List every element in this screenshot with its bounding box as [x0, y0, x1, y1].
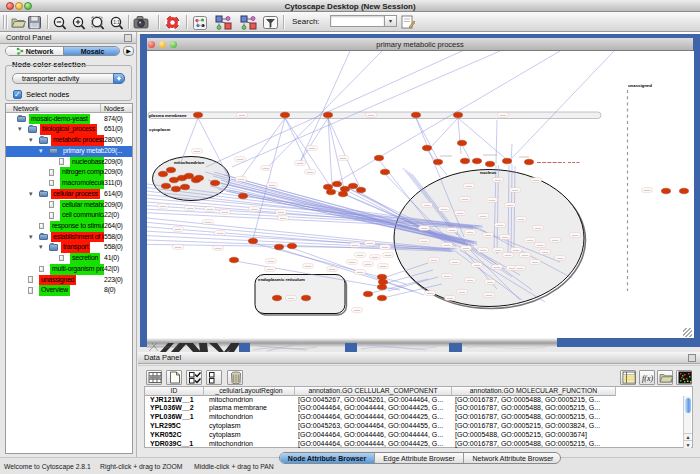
svg-text:nucleus: nucleus: [480, 170, 497, 175]
svg-text:1:1: 1:1: [113, 19, 120, 25]
svg-text:cytoplasm: cytoplasm: [149, 127, 170, 132]
svg-text:endoplasmic reticulum: endoplasmic reticulum: [258, 277, 305, 282]
svg-text:plasma membrane: plasma membrane: [149, 113, 187, 118]
svg-text:unassigned: unassigned: [628, 83, 652, 88]
svg-text:mitochondrion: mitochondrion: [174, 160, 204, 165]
svg-text:f(x): f(x): [642, 374, 653, 383]
